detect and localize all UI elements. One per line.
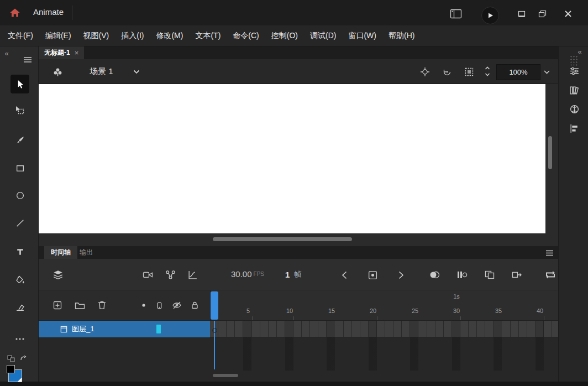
zoom-level-select[interactable]: 100% xyxy=(496,64,540,80)
step-back-button[interactable] xyxy=(337,268,351,282)
align-panel-button[interactable] xyxy=(568,122,580,134)
menu-modify[interactable]: 修改(M) xyxy=(156,31,183,41)
edit-multiple-frames-button[interactable] xyxy=(482,268,497,282)
test-movie-button[interactable] xyxy=(481,7,499,24)
properties-panel-button[interactable] xyxy=(568,65,580,77)
tab-output[interactable]: 输出 xyxy=(73,246,99,259)
menu-help[interactable]: 帮助(H) xyxy=(389,31,414,41)
layer-controls xyxy=(39,290,210,321)
menu-debug[interactable]: 调试(D) xyxy=(310,31,336,41)
ruler-number: 10 xyxy=(286,307,293,314)
center-stage-button[interactable] xyxy=(419,66,431,78)
stage-canvas[interactable] xyxy=(39,84,545,233)
step-forward-button[interactable] xyxy=(393,268,408,282)
frame-ruler[interactable]: 1s 5 10 15 20 25 30 35 40 xyxy=(210,290,558,321)
workspace-icon[interactable] xyxy=(449,8,463,19)
home-icon[interactable] xyxy=(7,6,23,20)
collapse-dock-icon[interactable]: « xyxy=(575,48,584,55)
selection-tool[interactable] xyxy=(11,75,29,93)
menu-insert[interactable]: 插入(I) xyxy=(121,31,144,41)
lock-column-icon[interactable] xyxy=(188,299,201,312)
modify-markers-button[interactable] xyxy=(510,268,524,282)
menu-edit[interactable]: 编辑(E) xyxy=(45,31,71,41)
zoom-value: 100% xyxy=(509,68,527,76)
menu-view[interactable]: 视图(V) xyxy=(83,31,109,41)
ruler-number: 20 xyxy=(370,307,376,314)
stroke-color-swatch[interactable] xyxy=(7,365,15,373)
menu-text[interactable]: 文本(T) xyxy=(195,31,221,41)
add-layer-button[interactable] xyxy=(51,299,64,312)
menu-file[interactable]: 文件(F) xyxy=(8,31,33,41)
layer-frames-band[interactable] xyxy=(210,321,558,337)
menu-commands[interactable]: 命令(C) xyxy=(233,31,259,41)
advanced-layers-button[interactable] xyxy=(163,268,177,282)
fps-display[interactable]: 30.00 FPS xyxy=(231,269,264,279)
tab-output-label: 输出 xyxy=(80,248,93,257)
document-tab[interactable]: 无标题-1 × xyxy=(39,46,84,59)
delete-layer-button[interactable] xyxy=(95,299,108,312)
paint-bucket-tool[interactable] xyxy=(11,270,29,289)
frame-unit: 帧 xyxy=(294,269,301,279)
timeline-hscrollbar[interactable] xyxy=(213,374,238,377)
scene-chevron-icon[interactable] xyxy=(132,67,141,76)
swap-colors-icon[interactable] xyxy=(20,355,28,363)
clip-content-button[interactable] xyxy=(463,66,475,78)
onion-skin-outlines-button[interactable] xyxy=(455,268,469,282)
status-strip xyxy=(0,382,588,386)
timeline-menu-icon[interactable] xyxy=(544,249,555,257)
fps-unit: FPS xyxy=(254,271,264,277)
playhead[interactable] xyxy=(211,291,218,320)
library-panel-button[interactable] xyxy=(568,84,580,96)
current-frame-value[interactable]: 1 xyxy=(285,270,290,279)
minimize-button[interactable] xyxy=(512,7,532,21)
oval-tool[interactable] xyxy=(11,186,29,205)
graph-editor-button[interactable] xyxy=(185,268,200,282)
frame-display[interactable]: 1 帧 xyxy=(285,269,301,279)
layer-row[interactable]: 图层_1 xyxy=(39,321,210,337)
stage-vscrollbar[interactable] xyxy=(548,136,552,169)
color-panel-button[interactable] xyxy=(568,103,580,115)
rotate-stage-button[interactable] xyxy=(441,66,453,78)
outline-column-icon[interactable] xyxy=(137,299,150,312)
menu-window[interactable]: 窗口(W) xyxy=(348,31,376,41)
brush-tool[interactable] xyxy=(11,131,29,149)
zoom-chevron-icon[interactable] xyxy=(542,67,552,76)
layers-icon[interactable] xyxy=(51,268,65,282)
layer-name[interactable]: 图层_1 xyxy=(72,324,94,334)
onion-skin-button[interactable] xyxy=(427,268,442,282)
menu-control[interactable]: 控制(O) xyxy=(271,31,298,41)
free-transform-tool[interactable] xyxy=(11,101,29,120)
ruler-number: 5 xyxy=(246,307,250,314)
default-colors-icon[interactable] xyxy=(7,355,16,363)
layer-color-chip[interactable] xyxy=(156,325,161,333)
collapse-tools-icon[interactable]: « xyxy=(2,49,11,58)
zoom-stepper[interactable] xyxy=(484,65,493,79)
tab-timeline[interactable]: 时间轴 xyxy=(44,246,77,259)
tools-menu-icon[interactable] xyxy=(22,55,33,64)
fps-value[interactable]: 30.00 xyxy=(231,269,252,279)
time-marker: 1s xyxy=(453,293,460,300)
menubar: 文件(F) 编辑(E) 视图(V) 插入(I) 修改(M) 文本(T) 命令(C… xyxy=(0,25,588,46)
maximize-button[interactable] xyxy=(532,7,552,21)
stage-area xyxy=(39,84,558,246)
camera-column-icon[interactable] xyxy=(153,299,166,312)
play-icon xyxy=(487,12,494,19)
document-title: 无标题-1 xyxy=(44,48,70,58)
more-tools-button[interactable] xyxy=(11,330,29,348)
tab-close-icon[interactable]: × xyxy=(75,49,79,57)
line-tool[interactable] xyxy=(11,213,29,232)
ruler-number: 40 xyxy=(537,307,543,314)
visibility-column-icon[interactable] xyxy=(170,299,183,312)
go-to-current-frame-button[interactable] xyxy=(365,268,380,282)
frames-area-below xyxy=(210,337,558,371)
text-tool[interactable] xyxy=(11,242,29,261)
add-folder-button[interactable] xyxy=(73,299,86,312)
stage-hscrollbar[interactable] xyxy=(213,237,352,241)
edit-symbols-icon[interactable] xyxy=(51,66,64,78)
scene-name[interactable]: 场景 1 xyxy=(90,66,113,77)
rectangle-tool[interactable] xyxy=(11,159,29,178)
close-button[interactable] xyxy=(556,7,580,21)
loop-button[interactable] xyxy=(543,268,558,282)
eraser-tool[interactable] xyxy=(11,298,29,316)
camera-button[interactable] xyxy=(141,268,155,282)
